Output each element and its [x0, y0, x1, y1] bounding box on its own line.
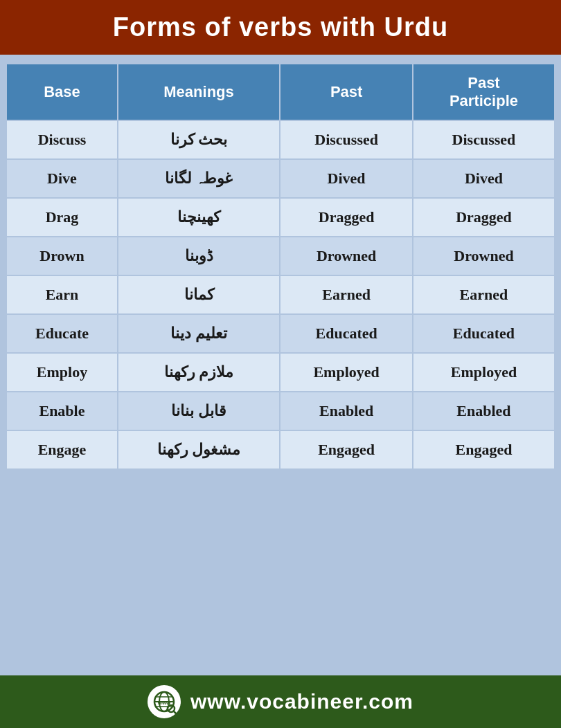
cell-meaning: بحث کرنا: [118, 120, 280, 159]
cell-past-participle: Engaged: [413, 430, 555, 469]
cell-past: Dived: [280, 159, 413, 198]
header-past: Past: [280, 64, 413, 120]
table-row: DragکھینچناDraggedDragged: [6, 198, 555, 237]
table-row: Engageمشغول رکھناEngagedEngaged: [6, 430, 555, 469]
table-row: DrownڈوبناDrownedDrowned: [6, 237, 555, 275]
table-row: Diveغوطہ لگاناDivedDived: [6, 159, 555, 198]
header-past-participle: PastParticiple: [413, 64, 555, 120]
header-base: Base: [6, 64, 118, 120]
cell-meaning: مشغول رکھنا: [118, 430, 280, 469]
cell-past-participle: Discussed: [413, 120, 555, 159]
cell-past: Enabled: [280, 392, 413, 430]
footer-url: www.vocabineer.com: [190, 690, 413, 713]
www-icon: www: [148, 685, 181, 718]
cell-base: Employ: [6, 353, 118, 392]
verbs-table: Base Meanings Past PastParticiple Discus…: [6, 63, 555, 470]
header-meanings: Meanings: [118, 64, 280, 120]
cell-base: Enable: [6, 392, 118, 430]
cell-base: Drag: [6, 198, 118, 237]
cell-past-participle: Earned: [413, 275, 555, 314]
cell-meaning: ملازم رکھنا: [118, 353, 280, 392]
cell-meaning: تعلیم دینا: [118, 314, 280, 353]
cell-base: Earn: [6, 275, 118, 314]
cell-past-participle: Enabled: [413, 392, 555, 430]
cell-past-participle: Dragged: [413, 198, 555, 237]
page-title: Forms of verbs with Urdu: [14, 12, 547, 42]
cell-past-participle: Drowned: [413, 237, 555, 275]
cell-past: Employed: [280, 353, 413, 392]
svg-line-7: [174, 711, 177, 714]
cell-meaning: ڈوبنا: [118, 237, 280, 275]
footer-bar: www www.vocabineer.com: [0, 675, 561, 728]
cell-past-participle: Dived: [413, 159, 555, 198]
table-container: Base Meanings Past PastParticiple Discus…: [6, 63, 555, 667]
cell-meaning: کھینچنا: [118, 198, 280, 237]
cell-past: Dragged: [280, 198, 413, 237]
table-row: Discussبحث کرناDiscussedDiscussed: [6, 120, 555, 159]
cell-meaning: کمانا: [118, 275, 280, 314]
cell-base: Educate: [6, 314, 118, 353]
cell-meaning: قابل بنانا: [118, 392, 280, 430]
table-header-row: Base Meanings Past PastParticiple: [6, 64, 555, 120]
table-row: Employملازم رکھناEmployedEmployed: [6, 353, 555, 392]
title-bar: Forms of verbs with Urdu: [0, 0, 561, 55]
cell-past-participle: Educated: [413, 314, 555, 353]
cell-base: Dive: [6, 159, 118, 198]
cell-base: Discuss: [6, 120, 118, 159]
cell-past: Engaged: [280, 430, 413, 469]
table-row: Enableقابل بناناEnabledEnabled: [6, 392, 555, 430]
table-row: Educateتعلیم دیناEducatedEducated: [6, 314, 555, 353]
cell-meaning: غوطہ لگانا: [118, 159, 280, 198]
cell-past: Educated: [280, 314, 413, 353]
cell-past: Earned: [280, 275, 413, 314]
table-row: EarnکماناEarnedEarned: [6, 275, 555, 314]
cell-past: Drowned: [280, 237, 413, 275]
page-wrapper: Forms of verbs with Urdu Base Meanings P…: [0, 0, 561, 728]
cell-past-participle: Employed: [413, 353, 555, 392]
cell-base: Drown: [6, 237, 118, 275]
cell-past: Discussed: [280, 120, 413, 159]
cell-base: Engage: [6, 430, 118, 469]
